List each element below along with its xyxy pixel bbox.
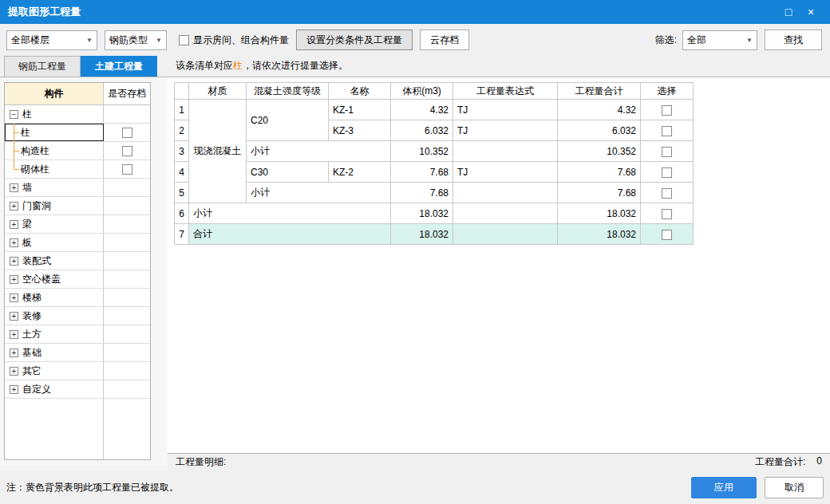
tree-row: − 柱 [5, 105, 150, 124]
cancel-button[interactable]: 取消 [765, 477, 824, 498]
expand-icon[interactable]: + [10, 312, 18, 321]
apply-button[interactable]: 应用 [691, 477, 757, 498]
total-header: 工程量合计 [558, 83, 641, 100]
expand-icon[interactable]: + [10, 238, 18, 247]
tree-item-wall[interactable]: + 墙 [5, 179, 104, 196]
archive-checkbox[interactable] [122, 164, 132, 175]
tree-item-foundation[interactable]: + 基础 [5, 344, 104, 361]
expand-icon[interactable]: + [10, 367, 18, 376]
row-number-cell: 2 [175, 120, 189, 141]
total-cell: 18.032 [558, 224, 641, 245]
select-checkbox[interactable] [662, 147, 672, 157]
notice-highlight: 柱 [233, 60, 243, 71]
total-cell: 18.032 [558, 203, 641, 224]
select-checkbox[interactable] [662, 230, 672, 240]
tree-item-column-group[interactable]: − 柱 [5, 105, 104, 123]
tree-row: 构造柱 [5, 142, 150, 160]
row-number-cell: 4 [175, 162, 189, 183]
search-button[interactable]: 查找 [765, 30, 822, 50]
select-checkbox[interactable] [662, 209, 672, 219]
tree-item-beam[interactable]: + 梁 [5, 215, 104, 233]
grade-cell: C30 [247, 162, 329, 183]
select-checkbox[interactable] [662, 188, 672, 199]
filter-dropdown[interactable]: 全部 ▼ [682, 30, 757, 50]
expand-icon[interactable]: + [10, 275, 18, 284]
tree-item-hollow-floor[interactable]: + 空心楼盖 [5, 270, 104, 288]
set-category-condition-button[interactable]: 设置分类条件及工程量 [296, 30, 413, 50]
tree-item-masonry-column[interactable]: 砌体柱 [5, 160, 104, 178]
table-row: 6 小计 18.032 18.032 [175, 203, 694, 224]
expand-icon[interactable]: + [10, 220, 18, 229]
archived-column-header: 是否存档 [104, 83, 150, 104]
archive-checkbox[interactable] [122, 146, 132, 156]
expand-icon[interactable]: + [10, 330, 18, 339]
total-cell: 6.032 [558, 120, 641, 141]
tree-item-door-window-opening[interactable]: + 门窗洞 [5, 197, 104, 215]
volume-header: 体积(m3) [391, 83, 453, 100]
table-header-row: 材质 混凝土强度等级 名称 体积(m3) 工程量表达式 工程量合计 选择 [175, 83, 694, 100]
close-icon[interactable]: × [800, 6, 822, 18]
expand-icon[interactable]: + [10, 183, 18, 192]
expression-cell [453, 203, 558, 224]
quantity-total-label: 工程量合计: [755, 455, 805, 469]
tree-item-constructional-column[interactable]: 构造柱 [5, 142, 104, 159]
maximize-icon[interactable]: □ [777, 6, 800, 18]
expand-icon[interactable]: + [10, 348, 18, 357]
select-checkbox[interactable] [662, 126, 672, 136]
tree-header-row: 构件 是否存档 [5, 83, 150, 105]
select-cell [641, 120, 694, 141]
tree-row: 柱 [5, 124, 150, 142]
tab-civil-quantities[interactable]: 土建工程量 [81, 56, 157, 77]
subtotal-label-cell: 小计 [189, 203, 391, 224]
tree-item-slab[interactable]: + 板 [5, 234, 104, 251]
tree-row: + 门窗洞 [5, 197, 150, 215]
subtotal-label-cell: 小计 [247, 141, 391, 162]
archive-checkbox[interactable] [122, 128, 132, 138]
select-cell [641, 183, 694, 203]
tree-item-label: 楼梯 [22, 291, 42, 305]
tree-item-decoration[interactable]: + 装修 [5, 307, 104, 325]
expand-icon[interactable]: + [10, 385, 18, 394]
quantity-detail-label: 工程量明细: [176, 455, 226, 469]
tree-item-earthwork[interactable]: + 土方 [5, 325, 104, 343]
component-panel: 构件 是否存档 − 柱 柱 [0, 77, 168, 471]
show-room-checkbox-group[interactable]: 显示房间、组合构件量 [179, 33, 289, 47]
select-cell [641, 141, 694, 162]
row-number-cell: 5 [175, 183, 189, 203]
table-row: 4 C30 KZ-2 7.68 TJ 7.68 [175, 162, 694, 183]
collapse-icon[interactable]: − [10, 110, 18, 119]
tree-item-stairs[interactable]: + 楼梯 [5, 289, 104, 306]
rebar-type-dropdown[interactable]: 钢筋类型 ▼ [105, 30, 167, 50]
volume-cell: 4.32 [391, 100, 453, 120]
show-room-checkbox[interactable] [179, 35, 189, 45]
extract-quantities-dialog: 提取图形工程量 □ × 全部楼层 ▼ 钢筋类型 ▼ 显示房间、组合构件量 设置分… [0, 0, 830, 504]
select-checkbox[interactable] [662, 105, 672, 116]
tree-item-label: 基础 [22, 346, 42, 360]
row-number-cell: 6 [175, 203, 189, 224]
tab-rebar-quantities[interactable]: 钢筋工程量 [4, 56, 81, 77]
tree-connector [7, 160, 21, 178]
tree-item-custom[interactable]: + 自定义 [5, 380, 104, 398]
tree-item-other[interactable]: + 其它 [5, 362, 104, 380]
tree-row: + 板 [5, 234, 150, 252]
tree-empty-area [5, 399, 150, 459]
expand-icon[interactable]: + [10, 257, 18, 266]
tree-item-label: 柱 [21, 126, 30, 140]
expand-icon[interactable]: + [10, 202, 18, 211]
grand-total-label-cell: 合计 [189, 224, 391, 245]
select-cell [641, 100, 694, 120]
tree-item-column[interactable]: 柱 [5, 124, 104, 141]
table-row: 3 小计 10.352 10.352 [175, 141, 694, 162]
cloud-archive-button[interactable]: 云存档 [420, 30, 469, 50]
tree-item-prefab[interactable]: + 装配式 [5, 252, 104, 270]
select-checkbox[interactable] [662, 167, 672, 178]
grand-total-row: 7 合计 18.032 18.032 [175, 224, 694, 245]
tree-item-label: 梁 [22, 218, 32, 231]
floor-dropdown[interactable]: 全部楼层 ▼ [6, 30, 97, 50]
expand-icon[interactable]: + [10, 293, 18, 302]
volume-cell: 10.352 [391, 141, 453, 162]
expression-cell [453, 141, 558, 162]
title-bar: 提取图形工程量 □ × [0, 0, 830, 24]
total-cell: 7.68 [558, 162, 641, 183]
name-cell: KZ-3 [329, 120, 391, 141]
